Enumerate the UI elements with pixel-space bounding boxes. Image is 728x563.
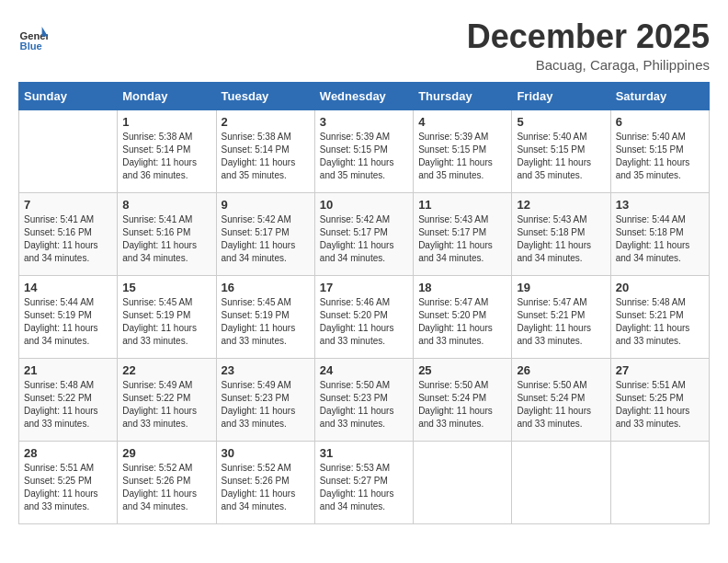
page-header: General Blue December 2025 Bacuag, Carag… — [18, 18, 710, 73]
day-info: Sunrise: 5:53 AM Sunset: 5:27 PM Dayligh… — [320, 462, 408, 513]
logo: General Blue — [18, 23, 50, 52]
calendar-cell: 30Sunrise: 5:52 AM Sunset: 5:26 PM Dayli… — [216, 441, 314, 523]
column-header-saturday: Saturday — [610, 82, 709, 109]
day-info: Sunrise: 5:50 AM Sunset: 5:23 PM Dayligh… — [320, 379, 408, 431]
day-number: 28 — [24, 446, 112, 460]
day-info: Sunrise: 5:44 AM Sunset: 5:18 PM Dayligh… — [616, 213, 704, 265]
calendar-cell: 24Sunrise: 5:50 AM Sunset: 5:23 PM Dayli… — [314, 358, 413, 441]
calendar-cell: 15Sunrise: 5:45 AM Sunset: 5:19 PM Dayli… — [118, 275, 216, 358]
column-header-wednesday: Wednesday — [314, 82, 413, 109]
calendar-cell: 16Sunrise: 5:45 AM Sunset: 5:19 PM Dayli… — [216, 275, 314, 358]
day-info: Sunrise: 5:41 AM Sunset: 5:16 PM Dayligh… — [24, 213, 112, 265]
column-header-monday: Monday — [118, 82, 216, 109]
calendar-week-row: 7Sunrise: 5:41 AM Sunset: 5:16 PM Daylig… — [19, 192, 710, 275]
day-number: 31 — [320, 446, 408, 460]
day-info: Sunrise: 5:40 AM Sunset: 5:15 PM Dayligh… — [517, 131, 605, 182]
day-number: 24 — [320, 363, 408, 377]
day-number: 6 — [616, 115, 704, 129]
calendar-cell: 9Sunrise: 5:42 AM Sunset: 5:17 PM Daylig… — [216, 192, 314, 275]
column-header-thursday: Thursday — [414, 82, 512, 109]
day-number: 13 — [616, 198, 704, 212]
svg-text:Blue: Blue — [20, 40, 42, 52]
day-number: 26 — [517, 363, 605, 377]
calendar-cell: 29Sunrise: 5:52 AM Sunset: 5:26 PM Dayli… — [118, 441, 216, 523]
day-number: 3 — [320, 115, 408, 129]
calendar-cell — [610, 441, 709, 523]
day-number: 12 — [517, 198, 605, 212]
day-info: Sunrise: 5:42 AM Sunset: 5:17 PM Dayligh… — [320, 213, 408, 265]
day-info: Sunrise: 5:39 AM Sunset: 5:15 PM Dayligh… — [320, 131, 408, 182]
day-info: Sunrise: 5:46 AM Sunset: 5:20 PM Dayligh… — [320, 296, 408, 348]
calendar-cell — [19, 109, 118, 192]
day-info: Sunrise: 5:52 AM Sunset: 5:26 PM Dayligh… — [122, 462, 210, 513]
day-number: 9 — [222, 198, 310, 212]
day-info: Sunrise: 5:40 AM Sunset: 5:15 PM Dayligh… — [616, 131, 704, 182]
day-info: Sunrise: 5:43 AM Sunset: 5:18 PM Dayligh… — [517, 213, 605, 265]
calendar-cell: 1Sunrise: 5:38 AM Sunset: 5:14 PM Daylig… — [118, 109, 216, 192]
calendar-cell: 14Sunrise: 5:44 AM Sunset: 5:19 PM Dayli… — [19, 275, 118, 358]
calendar-cell: 2Sunrise: 5:38 AM Sunset: 5:14 PM Daylig… — [216, 109, 314, 192]
day-info: Sunrise: 5:45 AM Sunset: 5:19 PM Dayligh… — [222, 296, 310, 348]
day-number: 2 — [222, 115, 310, 129]
day-number: 25 — [418, 363, 506, 377]
calendar-week-row: 28Sunrise: 5:51 AM Sunset: 5:25 PM Dayli… — [19, 441, 710, 523]
day-info: Sunrise: 5:47 AM Sunset: 5:21 PM Dayligh… — [517, 296, 605, 348]
day-number: 23 — [222, 363, 310, 377]
month-title: December 2025 — [467, 18, 710, 55]
day-number: 18 — [418, 281, 506, 294]
day-number: 8 — [122, 198, 210, 212]
day-number: 27 — [616, 363, 704, 377]
calendar-cell: 10Sunrise: 5:42 AM Sunset: 5:17 PM Dayli… — [314, 192, 413, 275]
calendar-table: SundayMondayTuesdayWednesdayThursdayFrid… — [18, 82, 710, 524]
day-number: 1 — [122, 115, 210, 129]
calendar-cell: 21Sunrise: 5:48 AM Sunset: 5:22 PM Dayli… — [19, 358, 118, 441]
calendar-cell: 23Sunrise: 5:49 AM Sunset: 5:23 PM Dayli… — [216, 358, 314, 441]
calendar-cell: 12Sunrise: 5:43 AM Sunset: 5:18 PM Dayli… — [512, 192, 610, 275]
day-number: 17 — [320, 281, 408, 294]
day-number: 15 — [122, 281, 210, 294]
day-info: Sunrise: 5:51 AM Sunset: 5:25 PM Dayligh… — [24, 462, 112, 513]
calendar-cell: 18Sunrise: 5:47 AM Sunset: 5:20 PM Dayli… — [414, 275, 512, 358]
calendar-week-row: 21Sunrise: 5:48 AM Sunset: 5:22 PM Dayli… — [19, 358, 710, 441]
calendar-cell: 19Sunrise: 5:47 AM Sunset: 5:21 PM Dayli… — [512, 275, 610, 358]
calendar-body: 1Sunrise: 5:38 AM Sunset: 5:14 PM Daylig… — [19, 109, 710, 523]
day-info: Sunrise: 5:50 AM Sunset: 5:24 PM Dayligh… — [517, 379, 605, 431]
day-info: Sunrise: 5:48 AM Sunset: 5:21 PM Dayligh… — [616, 296, 704, 348]
calendar-cell: 6Sunrise: 5:40 AM Sunset: 5:15 PM Daylig… — [610, 109, 709, 192]
day-info: Sunrise: 5:43 AM Sunset: 5:17 PM Dayligh… — [418, 213, 506, 265]
day-info: Sunrise: 5:45 AM Sunset: 5:19 PM Dayligh… — [122, 296, 210, 348]
day-info: Sunrise: 5:52 AM Sunset: 5:26 PM Dayligh… — [222, 462, 310, 513]
logo-icon: General Blue — [18, 23, 48, 52]
location-title: Bacuag, Caraga, Philippines — [467, 57, 710, 73]
day-number: 14 — [24, 281, 112, 294]
day-number: 22 — [122, 363, 210, 377]
calendar-cell: 31Sunrise: 5:53 AM Sunset: 5:27 PM Dayli… — [314, 441, 413, 523]
column-header-friday: Friday — [512, 82, 610, 109]
calendar-cell: 25Sunrise: 5:50 AM Sunset: 5:24 PM Dayli… — [414, 358, 512, 441]
calendar-cell — [414, 441, 512, 523]
day-number: 20 — [616, 281, 704, 294]
calendar-cell — [512, 441, 610, 523]
day-number: 21 — [24, 363, 112, 377]
calendar-cell: 27Sunrise: 5:51 AM Sunset: 5:25 PM Dayli… — [610, 358, 709, 441]
calendar-cell: 13Sunrise: 5:44 AM Sunset: 5:18 PM Dayli… — [610, 192, 709, 275]
day-info: Sunrise: 5:51 AM Sunset: 5:25 PM Dayligh… — [616, 379, 704, 431]
calendar-cell: 8Sunrise: 5:41 AM Sunset: 5:16 PM Daylig… — [118, 192, 216, 275]
calendar-cell: 26Sunrise: 5:50 AM Sunset: 5:24 PM Dayli… — [512, 358, 610, 441]
calendar-cell: 7Sunrise: 5:41 AM Sunset: 5:16 PM Daylig… — [19, 192, 118, 275]
calendar-cell: 17Sunrise: 5:46 AM Sunset: 5:20 PM Dayli… — [314, 275, 413, 358]
day-info: Sunrise: 5:48 AM Sunset: 5:22 PM Dayligh… — [24, 379, 112, 431]
calendar-week-row: 14Sunrise: 5:44 AM Sunset: 5:19 PM Dayli… — [19, 275, 710, 358]
day-info: Sunrise: 5:41 AM Sunset: 5:16 PM Dayligh… — [122, 213, 210, 265]
day-number: 11 — [418, 198, 506, 212]
day-number: 7 — [24, 198, 112, 212]
day-number: 10 — [320, 198, 408, 212]
day-number: 19 — [517, 281, 605, 294]
column-header-tuesday: Tuesday — [216, 82, 314, 109]
calendar-cell: 11Sunrise: 5:43 AM Sunset: 5:17 PM Dayli… — [414, 192, 512, 275]
day-info: Sunrise: 5:50 AM Sunset: 5:24 PM Dayligh… — [418, 379, 506, 431]
calendar-cell: 20Sunrise: 5:48 AM Sunset: 5:21 PM Dayli… — [610, 275, 709, 358]
day-number: 4 — [418, 115, 506, 129]
day-info: Sunrise: 5:44 AM Sunset: 5:19 PM Dayligh… — [24, 296, 112, 348]
day-number: 16 — [222, 281, 310, 294]
